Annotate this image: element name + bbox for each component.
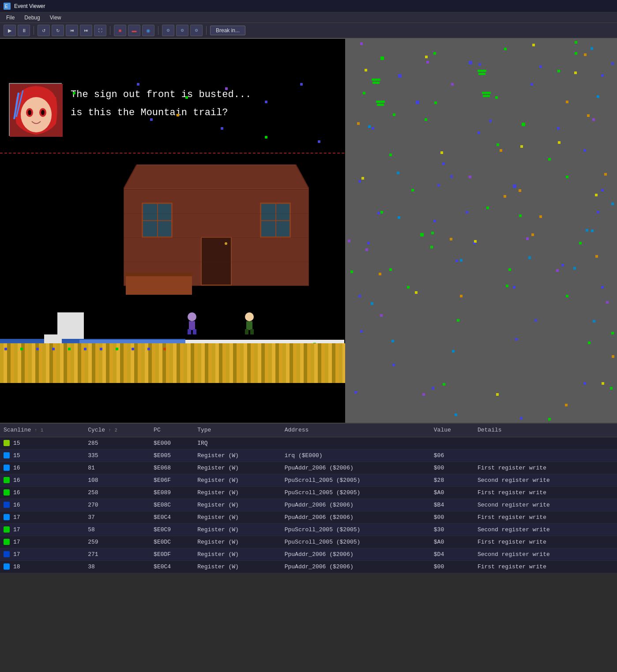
strip-dots — [4, 348, 166, 350]
cell-cycle: 38 — [84, 560, 150, 573]
capture-button[interactable]: ◉ — [142, 25, 154, 36]
table-row[interactable]: 16 258 $E089 Register (W) PpuScroll_2005… — [0, 486, 617, 499]
particle — [318, 140, 320, 143]
table-row[interactable]: 15 285 $E000 IRQ — [0, 437, 617, 449]
cell-value: $06 — [430, 449, 474, 462]
character-1 — [185, 312, 199, 334]
wall-planks — [124, 189, 308, 285]
cell-cycle: 58 — [84, 523, 150, 536]
cell-address: PpuScroll_2005 ($2005) — [281, 486, 430, 499]
house — [124, 165, 309, 286]
settings-a-button[interactable]: ⚙ — [162, 25, 174, 36]
cell-type: Register (W) — [194, 499, 281, 511]
menu-file[interactable]: File — [2, 14, 19, 22]
cell-type: Register (W) — [194, 548, 281, 560]
step-back-button[interactable]: ↺ — [38, 25, 50, 36]
sep2 — [110, 26, 110, 35]
table-row[interactable]: 17 58 $E0C9 Register (W) PpuScroll_2005 … — [0, 523, 617, 536]
svg-rect-17 — [188, 329, 191, 334]
cell-value: $B4 — [430, 499, 474, 511]
cell-cycle: 258 — [84, 486, 150, 499]
cell-details: Second register write — [474, 548, 617, 560]
cell-address: PpuScroll_2005 ($2005) — [281, 523, 430, 536]
cell-value: $A0 — [430, 486, 474, 499]
side-panel — [345, 39, 617, 423]
settings-c-button[interactable]: ⚙ — [190, 25, 203, 36]
zoom-fit-button[interactable]: ⛶ — [94, 25, 106, 36]
cell-value: $A0 — [430, 536, 474, 548]
event-table: Scanline ↑ 1 Cycle ↑ 2 PC Type Address V… — [0, 424, 617, 573]
svg-point-6 — [21, 97, 52, 132]
svg-rect-22 — [250, 329, 254, 334]
game-viewport: The sign out front is busted... is this … — [0, 39, 345, 423]
cell-cycle: 285 — [84, 437, 150, 449]
cell-scanline: 15 — [0, 449, 84, 462]
record-button[interactable]: ▬ — [128, 25, 140, 36]
table-row[interactable]: 16 108 $E06F Register (W) PpuScroll_2005… — [0, 474, 617, 486]
cell-pc: $E0C4 — [150, 560, 194, 573]
table-row[interactable]: 15 335 $E005 Register (W) irq ($E000) $0… — [0, 449, 617, 462]
event-table-body: 15 285 $E000 IRQ 15 335 $E005 Register (… — [0, 437, 617, 573]
cell-type: Register (W) — [194, 486, 281, 499]
col-header-pc[interactable]: PC — [150, 424, 194, 437]
particle — [300, 83, 303, 86]
house-body — [124, 189, 309, 286]
col-header-value[interactable]: Value — [430, 424, 474, 437]
col-header-address[interactable]: Address — [281, 424, 430, 437]
dialog-text: The sign out front is busted... is this … — [71, 87, 335, 120]
col-header-details[interactable]: Details — [474, 424, 617, 437]
table-row[interactable]: 18 38 $E0C4 Register (W) PpuAddr_2006 ($… — [0, 560, 617, 573]
frame-forward-button[interactable]: ⏭ — [80, 25, 92, 36]
particle — [137, 83, 139, 86]
sep4 — [206, 26, 207, 35]
title-bar: E Event Viewer — [0, 0, 617, 12]
cell-type: Register (W) — [194, 449, 281, 462]
cell-scanline: 16 — [0, 486, 84, 499]
pause-button[interactable]: ⏸ — [18, 25, 30, 36]
table-row[interactable]: 17 259 $E0DC Register (W) PpuScroll_2005… — [0, 536, 617, 548]
table-row[interactable]: 16 270 $E08C Register (W) PpuAddr_2006 (… — [0, 499, 617, 511]
cell-details: First register write — [474, 560, 617, 573]
cell-scanline: 18 — [0, 560, 84, 573]
menu-debug[interactable]: Debug — [20, 14, 44, 22]
cell-address: PpuScroll_2005 ($2005) — [281, 474, 430, 486]
col-header-cycle[interactable]: Cycle ↑ 2 — [84, 424, 150, 437]
table-row[interactable]: 16 81 $E068 Register (W) PpuAddr_2006 ($… — [0, 462, 617, 474]
event-log-area: Scanline ↑ 1 Cycle ↑ 2 PC Type Address V… — [0, 423, 617, 573]
cell-pc: $E068 — [150, 462, 194, 474]
cell-details — [474, 449, 617, 462]
cell-address: PpuAddr_2006 ($2006) — [281, 462, 430, 474]
play-button[interactable]: ▶ — [4, 25, 16, 36]
cell-address: PpuAddr_2006 ($2006) — [281, 548, 430, 560]
cell-details: Second register write — [474, 523, 617, 536]
particle — [150, 118, 153, 121]
svg-text:E: E — [5, 4, 8, 9]
col-header-scanline[interactable]: Scanline ↑ 1 — [0, 424, 84, 437]
cell-details: First register write — [474, 536, 617, 548]
table-row[interactable]: 17 271 $E0DF Register (W) PpuAddr_2006 (… — [0, 548, 617, 560]
svg-point-19 — [245, 312, 254, 321]
cell-pc: $E005 — [150, 449, 194, 462]
table-row[interactable]: 17 37 $E0C4 Register (W) PpuAddr_2006 ($… — [0, 511, 617, 523]
svg-point-9 — [28, 110, 31, 115]
step-forward-button[interactable]: ↻ — [52, 25, 64, 36]
cell-cycle: 335 — [84, 449, 150, 462]
cell-scanline: 16 — [0, 474, 84, 486]
menu-view[interactable]: View — [45, 14, 66, 22]
cell-scanline: 17 — [0, 511, 84, 523]
main-content: The sign out front is busted... is this … — [0, 39, 617, 423]
break-in-button[interactable]: Break in... — [210, 26, 245, 35]
col-header-type[interactable]: Type — [194, 424, 281, 437]
dialog-line-1: The sign out front is busted... — [71, 87, 335, 102]
sep3 — [158, 26, 158, 35]
cell-value: $00 — [430, 511, 474, 523]
rewind-button[interactable]: ⏮ — [66, 25, 78, 36]
cell-cycle: 271 — [84, 548, 150, 560]
stop-record-button[interactable]: ■ — [114, 25, 126, 36]
event-table-container[interactable]: Scanline ↑ 1 Cycle ↑ 2 PC Type Address V… — [0, 424, 617, 573]
settings-b-button[interactable]: ⚙ — [176, 25, 188, 36]
cell-value: $30 — [430, 523, 474, 536]
particle — [177, 114, 179, 116]
dialog-area: The sign out front is busted... is this … — [0, 74, 344, 154]
cell-pc: $E089 — [150, 486, 194, 499]
